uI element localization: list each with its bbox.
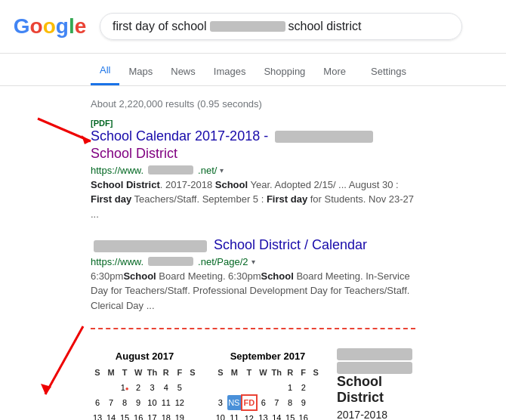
red-arrow-2 (30, 319, 98, 409)
dropdown-arrow-1[interactable]: ▾ (220, 166, 224, 174)
sep-caption: September 2017 (214, 347, 322, 365)
august-caption: August 2017 (91, 347, 199, 365)
result-title-blurred-1 (275, 131, 373, 143)
nav-tabs: All Maps News Images Shopping More Setti… (0, 54, 506, 86)
tab-maps[interactable]: Maps (119, 58, 162, 85)
table-row: 10 11 12 13 14 15 16 (214, 410, 322, 420)
september-calendar: September 2017 S M T W Th R F S (214, 347, 322, 420)
result-url-2: https://www..net/Page/2 ▾ (91, 256, 415, 267)
august-calendar: August 2017 S M T W Th R F S (91, 347, 199, 420)
sep-header-th: Th (270, 365, 283, 380)
result-url-1: https://www..net/ ▾ (91, 165, 415, 176)
table-row: 3 NS FD 6 7 8 9 (214, 395, 322, 410)
red-arrow-1 (30, 111, 98, 156)
aug-header-t: T (118, 365, 131, 380)
aug-header-m: M (104, 365, 118, 380)
table-row: 1 2 (214, 380, 322, 395)
svg-line-2 (45, 326, 83, 394)
calendar-year: 2017-2018 School Year (337, 409, 415, 420)
result-with-arrow: [PDF] School Calendar 2017-2018 - School… (91, 119, 415, 221)
search-query-suffix: school district (288, 20, 362, 33)
sep-header-m: M (227, 365, 242, 380)
result-title-blurred-2 (94, 240, 207, 252)
table-row: 6 7 8 9 10 11 12 (91, 395, 199, 410)
search-query-blurred (210, 21, 285, 32)
table-row: 13 14 15 16 17 18 19 (91, 410, 199, 420)
header: Google first day of school school distri… (0, 0, 506, 86)
district-blurred-2 (337, 362, 412, 374)
aug-header-s2: S (187, 365, 199, 380)
sep-header-t: T (242, 365, 257, 380)
aug-header-th: Th (145, 365, 159, 380)
aug-header-f: F (173, 365, 187, 380)
settings-link[interactable]: Settings (362, 58, 415, 85)
tab-shopping[interactable]: Shopping (255, 58, 314, 85)
sep-header-s: S (214, 365, 227, 380)
sep-header-f: F (297, 365, 310, 380)
search-bar[interactable]: first day of school school district (100, 13, 462, 40)
calendar-section: August 2017 S M T W Th R F S (91, 341, 415, 420)
result-title-2[interactable]: School District / Calendar (91, 236, 415, 254)
sep-fd-cell: FD (242, 395, 257, 410)
table-row: 1● 2 3 4 5 (91, 380, 199, 395)
tab-news[interactable]: News (162, 58, 205, 85)
aug-header-w: W (131, 365, 145, 380)
google-logo: Google (12, 8, 88, 45)
tab-images[interactable]: Images (205, 58, 255, 85)
result-item-1: [PDF] School Calendar 2017-2018 - School… (91, 119, 415, 221)
calendar-result-container: August 2017 S M T W Th R F S (91, 341, 415, 420)
result-tag-pdf: [PDF] (91, 119, 415, 128)
tab-all[interactable]: All (91, 57, 119, 85)
calendar-school-district: School District (337, 374, 384, 405)
tab-more[interactable]: More (314, 58, 355, 85)
search-query-text: first day of school (113, 20, 207, 33)
results-count: About 2,220,000 results (0.95 seconds) (91, 92, 415, 119)
sep-ns-cell: NS (227, 395, 242, 410)
sep-header-s2: S (310, 365, 322, 380)
result-snippet-1: School District. 2017-2018 School Year. … (91, 178, 415, 222)
aug-header-r: R (159, 365, 173, 380)
section-divider (91, 328, 415, 329)
dropdown-arrow-2[interactable]: ▾ (251, 258, 255, 266)
red-dot: ● (125, 385, 129, 392)
result-title-1[interactable]: School Calendar 2017-2018 - School Distr… (91, 128, 415, 163)
calendar-district-info: School District 2017-2018 School Year (337, 347, 415, 420)
result-item-2: School District / Calendar https://www..… (91, 236, 415, 313)
district-blurred-1 (337, 348, 412, 360)
results-area: About 2,220,000 results (0.95 seconds) [… (0, 86, 506, 420)
sep-header-r: R (283, 365, 297, 380)
sep-header-w: W (257, 365, 270, 380)
result-snippet-2: 6:30pmSchool Board Meeting. 6:30pmSchool… (91, 269, 415, 313)
